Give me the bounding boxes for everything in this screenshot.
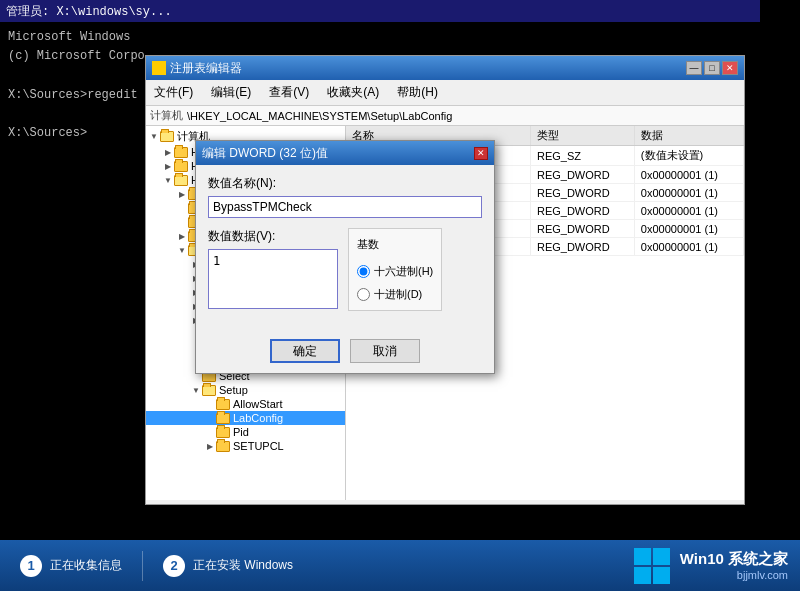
window-controls: — □ ✕ xyxy=(686,61,738,75)
tree-arrow-icon: ▶ xyxy=(162,160,174,172)
tree-arrow-icon xyxy=(204,398,216,410)
windows-logo-icon xyxy=(632,546,672,586)
cell-data: 0x00000001 (1) xyxy=(634,238,743,256)
address-label: 计算机 xyxy=(150,108,183,123)
dword-close-button[interactable]: ✕ xyxy=(474,147,488,160)
cell-type: REG_DWORD xyxy=(530,238,634,256)
dword-name-input[interactable] xyxy=(208,196,482,218)
step-1-text: 正在收集信息 xyxy=(50,557,122,574)
radio-dec[interactable] xyxy=(357,288,370,301)
menu-view[interactable]: 查看(V) xyxy=(265,82,313,103)
taskbar-brand: Win10 系统之家 bjjmlv.com xyxy=(680,550,788,581)
dword-data-input[interactable]: 1 xyxy=(208,249,338,309)
dword-titlebar: 编辑 DWORD (32 位)值 ✕ xyxy=(196,141,494,165)
tree-arrow-icon xyxy=(204,412,216,424)
folder-icon xyxy=(174,147,188,158)
base-label: 基数 xyxy=(357,237,433,252)
address-path: \HKEY_LOCAL_MACHINE\SYSTEM\Setup\LabConf… xyxy=(187,110,452,122)
dword-value-row: 数值数据(V): 1 基数 十六进制(H) 十进制(D) xyxy=(208,228,482,313)
menu-favorites[interactable]: 收藏夹(A) xyxy=(323,82,383,103)
cell-type: REG_DWORD xyxy=(530,220,634,238)
maximize-button[interactable]: □ xyxy=(704,61,720,75)
tree-item[interactable]: ▶SETUPCL xyxy=(146,439,345,453)
cell-data: 0x00000001 (1) xyxy=(634,202,743,220)
folder-icon xyxy=(174,161,188,172)
tree-arrow-icon: ▶ xyxy=(204,440,216,452)
cell-data: 0x00000001 (1) xyxy=(634,220,743,238)
menu-file[interactable]: 文件(F) xyxy=(150,82,197,103)
dword-title: 编辑 DWORD (32 位)值 xyxy=(202,145,328,162)
svg-rect-0 xyxy=(634,548,651,565)
taskbar: 1 正在收集信息 2 正在安装 Windows Win10 系统之家 bjjml… xyxy=(0,540,800,591)
brand-name: Win10 系统之家 xyxy=(680,550,788,569)
cell-type: REG_SZ xyxy=(530,146,634,166)
cmd-line-1: Microsoft Windows xyxy=(8,28,752,47)
radio-dec-label[interactable]: 十进制(D) xyxy=(357,287,433,302)
folder-icon xyxy=(202,385,216,396)
cell-data: 0x00000001 (1) xyxy=(634,184,743,202)
radio-hex[interactable] xyxy=(357,265,370,278)
dword-value-section: 数值数据(V): 1 xyxy=(208,228,338,313)
regedit-icon xyxy=(152,61,166,75)
tree-arrow-icon: ▼ xyxy=(176,244,188,256)
tree-arrow-icon xyxy=(204,426,216,438)
dword-base-section: 基数 十六进制(H) 十进制(D) xyxy=(348,228,442,313)
folder-icon xyxy=(160,131,174,142)
tree-item[interactable]: ▼Setup xyxy=(146,383,345,397)
tree-arrow-icon xyxy=(176,202,188,214)
address-bar: 计算机 \HKEY_LOCAL_MACHINE\SYSTEM\Setup\Lab… xyxy=(146,106,744,126)
dword-name-label: 数值名称(N): xyxy=(208,175,482,192)
folder-icon xyxy=(216,427,230,438)
tree-arrow-icon: ▼ xyxy=(190,384,202,396)
step-2-num: 2 xyxy=(163,555,185,577)
taskbar-step-1: 1 正在收集信息 xyxy=(0,555,142,577)
regedit-title-area: 注册表编辑器 xyxy=(152,60,242,77)
dword-footer: 确定 取消 xyxy=(196,333,494,373)
tree-arrow-icon xyxy=(176,216,188,228)
dword-data-label: 数值数据(V): xyxy=(208,228,338,245)
tree-label: Setup xyxy=(219,384,248,396)
folder-icon xyxy=(216,399,230,410)
svg-rect-3 xyxy=(653,567,670,584)
dword-radios: 基数 十六进制(H) 十进制(D) xyxy=(348,228,442,311)
radio-dec-text: 十进制(D) xyxy=(374,287,422,302)
dword-body: 数值名称(N): 数值数据(V): 1 基数 十六进制(H) 十进制(D) xyxy=(196,165,494,333)
folder-icon xyxy=(216,413,230,424)
brand-url: bjjmlv.com xyxy=(680,569,788,581)
cmd-title: 管理员: X:\windows\sy... xyxy=(6,3,172,20)
cell-type: REG_DWORD xyxy=(530,166,634,184)
menu-help[interactable]: 帮助(H) xyxy=(393,82,442,103)
dword-cancel-button[interactable]: 取消 xyxy=(350,339,420,363)
cell-data: (数值未设置) xyxy=(634,146,743,166)
tree-arrow-icon: ▶ xyxy=(176,188,188,200)
cmd-titlebar: 管理员: X:\windows\sy... xyxy=(0,0,760,22)
taskbar-step-2: 2 正在安装 Windows xyxy=(143,555,313,577)
svg-rect-1 xyxy=(653,548,670,565)
step-1-num: 1 xyxy=(20,555,42,577)
tree-label: SETUPCL xyxy=(233,440,284,452)
step-2-text: 正在安装 Windows xyxy=(193,557,293,574)
tree-item[interactable]: Pid xyxy=(146,425,345,439)
regedit-title: 注册表编辑器 xyxy=(170,60,242,77)
svg-rect-2 xyxy=(634,567,651,584)
dword-dialog: 编辑 DWORD (32 位)值 ✕ 数值名称(N): 数值数据(V): 1 基… xyxy=(195,140,495,374)
cell-type: REG_DWORD xyxy=(530,184,634,202)
tree-arrow-icon: ▼ xyxy=(162,174,174,186)
radio-hex-text: 十六进制(H) xyxy=(374,264,433,279)
cell-type: REG_DWORD xyxy=(530,202,634,220)
col-data: 数据 xyxy=(634,126,743,146)
tree-arrow-icon: ▼ xyxy=(148,131,160,143)
col-type: 类型 xyxy=(530,126,634,146)
close-button[interactable]: ✕ xyxy=(722,61,738,75)
tree-item[interactable]: LabConfig xyxy=(146,411,345,425)
tree-label: LabConfig xyxy=(233,412,283,424)
regedit-titlebar: 注册表编辑器 — □ ✕ xyxy=(146,56,744,80)
folder-icon xyxy=(174,175,188,186)
radio-hex-label[interactable]: 十六进制(H) xyxy=(357,264,433,279)
minimize-button[interactable]: — xyxy=(686,61,702,75)
tree-item[interactable]: AllowStart xyxy=(146,397,345,411)
taskbar-logo: Win10 系统之家 bjjmlv.com xyxy=(632,546,800,586)
tree-label: AllowStart xyxy=(233,398,283,410)
menu-edit[interactable]: 编辑(E) xyxy=(207,82,255,103)
dword-ok-button[interactable]: 确定 xyxy=(270,339,340,363)
